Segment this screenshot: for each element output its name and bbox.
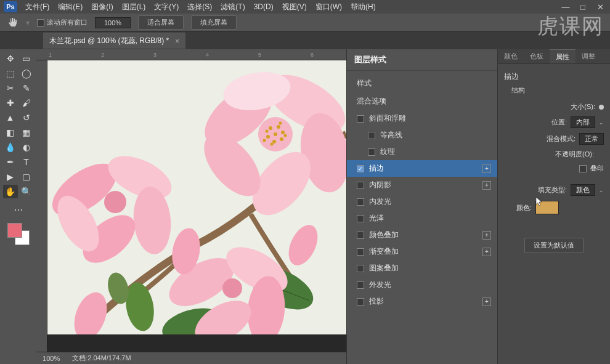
menu-image[interactable]: 图像(I) (87, 1, 117, 14)
brush-tool[interactable]: 🖌 (19, 96, 34, 110)
status-bar: 100% 文档:2.04M/174.7M (36, 352, 346, 364)
menu-3d[interactable]: 3D(D) (250, 1, 278, 12)
scroll-all-checkbox[interactable]: 滚动所有窗口 (37, 18, 87, 27)
fg-swatch[interactable] (7, 223, 22, 238)
stamp-tool[interactable]: ▲ (3, 111, 18, 124)
checkbox-icon[interactable] (357, 115, 364, 123)
svg-point-20 (279, 122, 282, 125)
checkbox-icon[interactable] (357, 232, 364, 239)
checkbox-icon (37, 19, 44, 26)
checkbox-icon[interactable] (357, 215, 364, 222)
styles-header[interactable]: 样式 (347, 75, 497, 92)
tab-properties[interactable]: 属性 (550, 49, 575, 63)
canvas[interactable] (47, 60, 346, 352)
checkbox-icon[interactable] (368, 132, 375, 139)
menu-layer[interactable]: 图层(L) (118, 1, 150, 14)
checkbox-icon[interactable] (357, 248, 364, 256)
style-bevel[interactable]: 斜面和浮雕 (347, 110, 497, 127)
style-texture[interactable]: 纹理 (347, 144, 497, 160)
crop-tool[interactable]: ✂ (3, 81, 18, 95)
svg-point-19 (270, 143, 274, 146)
style-inner-shadow[interactable]: 内阴影+ (347, 177, 497, 193)
checkbox-icon[interactable] (357, 298, 364, 305)
blend-header[interactable]: 混合选项 (347, 92, 497, 110)
position-dropdown[interactable]: 内部 (571, 116, 595, 128)
size-slider[interactable] (599, 105, 604, 110)
add-effect-icon[interactable]: + (482, 231, 491, 240)
color-swatches[interactable] (7, 223, 30, 245)
shape-tool[interactable]: ▢ (19, 170, 34, 184)
tab-color[interactable]: 颜色 (498, 49, 524, 63)
style-outer-glow[interactable]: 外发光 (347, 277, 497, 293)
type-tool[interactable]: T (19, 155, 34, 169)
blend-dropdown[interactable]: 正常 (579, 133, 604, 145)
zoom-tool[interactable]: 🔍 (19, 185, 34, 198)
menu-view[interactable]: 视图(V) (278, 1, 311, 14)
blur-tool[interactable]: 💧 (3, 140, 18, 154)
checkbox-icon[interactable] (357, 198, 364, 206)
menu-edit[interactable]: 编辑(E) (54, 1, 87, 14)
maximize-icon[interactable]: □ (577, 2, 589, 11)
history-brush-tool[interactable]: ↺ (19, 111, 34, 124)
scroll-all-label: 滚动所有窗口 (47, 18, 87, 27)
tab-swatches[interactable]: 色板 (524, 49, 550, 63)
edit-toolbar[interactable]: ⋯ (11, 203, 26, 217)
gradient-tool[interactable]: ▦ (19, 126, 34, 139)
style-contour[interactable]: 等高线 (347, 127, 497, 144)
add-effect-icon[interactable]: + (482, 297, 491, 306)
fill-type-dropdown[interactable]: 颜色 (571, 184, 595, 196)
checkbox-icon[interactable] (357, 265, 364, 272)
pen-tool[interactable]: ✒ (3, 155, 18, 169)
eraser-tool[interactable]: ◧ (3, 126, 18, 139)
doc-tab[interactable]: 木兰花.psd @ 100% (花蕊, RGB/8) * × (43, 33, 185, 49)
lasso-tool[interactable]: ◯ (19, 67, 34, 80)
fit-screen-button[interactable]: 适合屏幕 (138, 15, 184, 30)
style-color-overlay[interactable]: 颜色叠加+ (347, 227, 497, 243)
ruler-horizontal[interactable]: 1 2 3 4 5 6 (36, 49, 346, 60)
checkbox-icon[interactable] (357, 182, 364, 189)
move-tool[interactable]: ✥ (3, 52, 18, 65)
style-gradient-overlay[interactable]: 渐变叠加+ (347, 243, 497, 260)
zoom-field[interactable]: 100% (95, 17, 131, 28)
tab-adjust[interactable]: 调整 (575, 49, 601, 63)
minimize-icon[interactable]: — (559, 2, 572, 11)
eyedropper-tool[interactable]: ✎ (19, 81, 34, 95)
style-satin[interactable]: 光泽 (347, 210, 497, 227)
ruler-tick: 6 (311, 52, 314, 58)
menu-help[interactable]: 帮助(H) (346, 1, 380, 14)
dodge-tool[interactable]: ◐ (19, 140, 34, 154)
menu-type[interactable]: 文字(Y) (150, 1, 183, 14)
style-drop-shadow[interactable]: 投影+ (347, 293, 497, 310)
hand-tool[interactable]: ✋ (3, 185, 18, 198)
style-pattern-overlay[interactable]: 图案叠加 (347, 260, 497, 277)
add-effect-icon[interactable]: + (482, 164, 491, 173)
overprint-checkbox[interactable] (579, 165, 587, 172)
close-icon[interactable]: ✕ (594, 2, 606, 11)
opacity-row: 不透明度(O): (504, 150, 604, 159)
path-select-tool[interactable]: ▶ (3, 170, 18, 184)
menu-filter[interactable]: 滤镜(T) (216, 1, 249, 14)
svg-point-13 (280, 137, 283, 141)
ruler-vertical[interactable] (36, 60, 47, 352)
style-label: 投影 (369, 296, 384, 307)
fill-screen-button[interactable]: 填充屏幕 (191, 15, 237, 30)
stroke-color-swatch[interactable] (535, 201, 559, 214)
healing-tool[interactable]: ✚ (3, 96, 18, 110)
tab-close-icon[interactable]: × (175, 37, 179, 46)
artboard-tool[interactable]: ▭ (19, 52, 34, 65)
style-label: 斜面和浮雕 (369, 113, 406, 124)
style-stroke[interactable]: 描边+ (347, 160, 497, 177)
menu-select[interactable]: 选择(S) (183, 1, 216, 14)
status-zoom[interactable]: 100% (43, 355, 60, 362)
add-effect-icon[interactable]: + (482, 248, 491, 256)
menu-file[interactable]: 文件(F) (21, 1, 54, 14)
checkbox-icon[interactable] (357, 281, 364, 289)
menu-window[interactable]: 窗口(W) (311, 1, 346, 14)
style-inner-glow[interactable]: 内发光 (347, 193, 497, 210)
svg-point-21 (263, 139, 266, 142)
checkbox-icon[interactable] (357, 165, 364, 172)
default-button[interactable]: 设置为默认值 (524, 238, 584, 253)
checkbox-icon[interactable] (368, 148, 375, 156)
marquee-tool[interactable]: ⬚ (3, 67, 18, 80)
add-effect-icon[interactable]: + (482, 181, 491, 190)
